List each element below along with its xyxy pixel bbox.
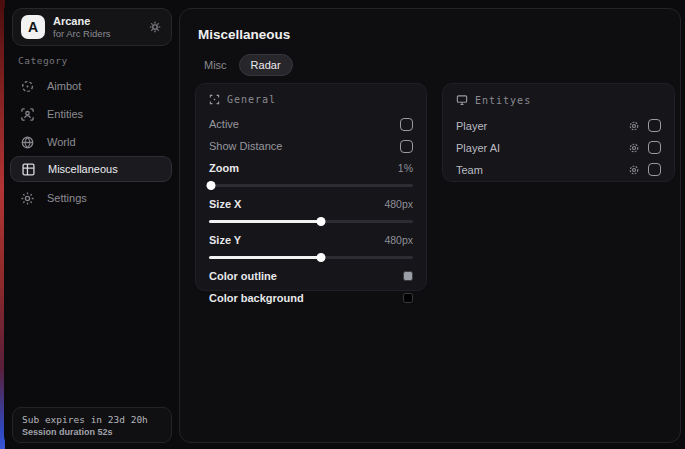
tab-radar[interactable]: Radar — [239, 54, 293, 76]
entities-icon — [20, 107, 35, 122]
slider-thumb[interactable] — [317, 253, 326, 262]
setting-row-size-y: Size Y 480px — [209, 230, 413, 250]
app-logo-card: A Arcane for Arc Riders — [12, 8, 172, 46]
setting-label: Size X — [209, 198, 241, 210]
grid-icon — [21, 162, 36, 177]
entities-card-title: Entityes — [475, 95, 531, 106]
sub-expiry-text: Sub expires in 23d 20h — [22, 413, 162, 426]
sidebar-item-miscellaneous[interactable]: Miscellaneous — [10, 156, 172, 182]
sidebar-item-world[interactable]: World — [10, 130, 172, 154]
app-logo: A — [21, 15, 45, 39]
show-distance-checkbox[interactable] — [400, 140, 413, 153]
player-ai-checkbox[interactable] — [648, 141, 661, 154]
setting-label: Active — [209, 118, 239, 130]
monitor-icon — [456, 94, 468, 106]
entity-label: Team — [456, 164, 628, 176]
sidebar-item-aimbot[interactable]: Aimbot — [10, 74, 172, 98]
category-label: Category — [18, 55, 68, 66]
setting-row-color-outline: Color outline — [209, 266, 413, 286]
tab-misc[interactable]: Misc — [196, 55, 235, 75]
session-duration-text: Session duration 52s — [22, 426, 162, 438]
main-panel: Miscellaneous Misc Radar General Active … — [179, 8, 681, 443]
setting-label: Size Y — [209, 234, 241, 246]
zoom-slider[interactable] — [209, 184, 413, 187]
slider-thumb[interactable] — [207, 181, 216, 190]
sidebar-item-settings[interactable]: Settings — [10, 186, 172, 210]
gear-icon[interactable] — [149, 21, 161, 33]
setting-row-size-x: Size X 480px — [209, 194, 413, 214]
player-checkbox[interactable] — [648, 119, 661, 132]
entity-label: Player AI — [456, 142, 628, 154]
setting-row-zoom: Zoom 1% — [209, 158, 413, 178]
setting-row-color-background: Color background — [209, 288, 413, 308]
gear-icon[interactable] — [628, 120, 640, 132]
tab-bar: Misc Radar — [196, 54, 293, 76]
active-checkbox[interactable] — [400, 118, 413, 131]
app-window: A Arcane for Arc Riders Category Aimbot … — [4, 0, 685, 446]
globe-icon — [20, 135, 35, 150]
general-card: General Active Show Distance Zoom 1% Siz… — [195, 83, 427, 291]
color-background-swatch[interactable] — [403, 293, 413, 303]
setting-label: Color outline — [209, 270, 277, 282]
gear-icon[interactable] — [628, 164, 640, 176]
entity-row-player: Player — [456, 115, 661, 136]
entities-card: Entityes Player Player AI — [442, 83, 675, 182]
general-card-title: General — [227, 94, 276, 105]
sidebar-item-label: World — [47, 136, 76, 148]
app-subtitle: for Arc Riders — [53, 28, 149, 40]
size-y-slider[interactable] — [209, 256, 413, 259]
slider-thumb[interactable] — [317, 217, 326, 226]
setting-label: Show Distance — [209, 140, 282, 152]
sidebar-item-label: Aimbot — [47, 80, 81, 92]
crosshair-icon — [20, 79, 35, 94]
gear-icon — [20, 191, 35, 206]
setting-label: Color background — [209, 292, 304, 304]
setting-label: Zoom — [209, 162, 239, 174]
team-checkbox[interactable] — [648, 163, 661, 176]
zoom-value: 1% — [398, 162, 413, 174]
entity-label: Player — [456, 120, 628, 132]
subscription-card: Sub expires in 23d 20h Session duration … — [12, 407, 172, 443]
gear-icon[interactable] — [628, 142, 640, 154]
entity-row-team: Team — [456, 159, 661, 180]
sidebar-item-label: Entities — [47, 108, 83, 120]
sidebar-item-label: Miscellaneous — [48, 163, 118, 175]
page-title: Miscellaneous — [198, 27, 290, 42]
size-x-value: 480px — [384, 198, 413, 210]
sidebar-item-entities[interactable]: Entities — [10, 102, 172, 126]
size-x-slider[interactable] — [209, 220, 413, 223]
entity-row-player-ai: Player AI — [456, 137, 661, 158]
app-name: Arcane — [53, 15, 149, 28]
setting-row-show-distance: Show Distance — [209, 136, 413, 156]
sidebar-item-label: Settings — [47, 192, 87, 204]
frame-icon — [209, 94, 220, 105]
size-y-value: 480px — [384, 234, 413, 246]
setting-row-active: Active — [209, 114, 413, 134]
color-outline-swatch[interactable] — [403, 271, 413, 281]
